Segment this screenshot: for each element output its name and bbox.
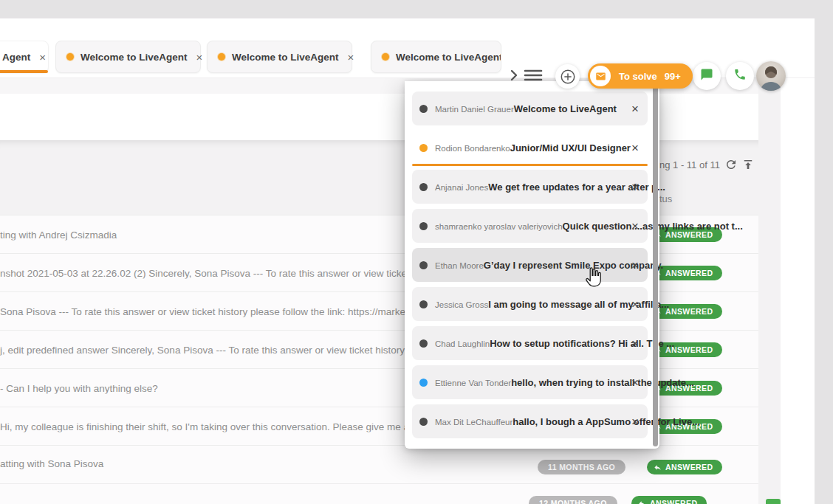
- status-dot-icon: [419, 105, 428, 113]
- status-dot-icon: [419, 261, 428, 269]
- ticket-preview-text: atting with Sona Pisova: [0, 458, 746, 469]
- ticket-subject: hello, when trying to install the update…: [511, 377, 694, 388]
- tab-label: Welcome to LiveAgent: [232, 52, 339, 63]
- to-solve-label: To solve: [619, 71, 657, 82]
- tab-welcome-to-liveagent-3[interactable]: Welcome to LiveAgent: [371, 41, 501, 73]
- ticket-row[interactable]: atting with Sona Pisova 11 MONTHS AGO AN…: [0, 445, 758, 483]
- status-dot-icon: [419, 339, 428, 348]
- close-icon[interactable]: ×: [631, 103, 639, 115]
- contact-name: Anjanai Jones: [435, 183, 488, 192]
- status-dot-icon: [419, 183, 428, 191]
- list-pagination-bar: ng 1 - 11 of 11: [650, 156, 758, 174]
- tab-agent[interactable]: Agent ×: [0, 41, 49, 73]
- ticket-subject: How to setup notifications? Hi all. The …: [490, 338, 674, 349]
- tab-list-menu-icon[interactable]: [524, 68, 543, 83]
- open-ticket-item-jessica-gross[interactable]: Jessica GrossI am going to message all o…: [412, 287, 648, 321]
- calls-button[interactable]: [726, 62, 754, 90]
- tab-label: Welcome to LiveAgent: [396, 52, 501, 63]
- status-badge: ANSWERED: [647, 460, 722, 474]
- contact-name: Max Dit LeChauffeur: [435, 418, 513, 427]
- contact-name: Jessica Gross: [435, 300, 488, 309]
- ticket-source-icon: [218, 53, 225, 61]
- panel-scrollbar[interactable]: [653, 83, 658, 446]
- column-header-status-partial: tus: [659, 193, 672, 204]
- close-icon[interactable]: ×: [631, 298, 639, 311]
- contact-name: Rodion Bondarenko: [435, 144, 510, 153]
- ticket-subject: I am going to message all of my affilia.…: [488, 299, 669, 310]
- window-top-strip: [0, 0, 815, 18]
- time-badge: 12 MONTHS AGO: [529, 496, 617, 504]
- right-edge-strip: [815, 0, 833, 504]
- ticket-subject: Junior/Mid UX/UI Designer: [510, 142, 631, 153]
- tab-welcome-to-liveagent-2[interactable]: Welcome to LiveAgent ×: [207, 41, 352, 73]
- status-dot-icon: [419, 144, 428, 152]
- close-icon[interactable]: ×: [339, 52, 354, 63]
- to-solve-button[interactable]: To solve 99+: [588, 63, 693, 89]
- open-ticket-item-ethan-moore[interactable]: Ethan MooreG’day I represent Smile Expo …: [412, 248, 648, 282]
- tab-bar: Agent × Welcome to LiveAgent × Welcome t…: [0, 18, 815, 78]
- tab-label: Agent: [2, 52, 30, 63]
- refresh-icon[interactable]: [724, 158, 738, 171]
- close-icon[interactable]: ×: [631, 142, 639, 154]
- close-icon[interactable]: ×: [631, 181, 639, 193]
- status-badge: ANSWERED: [631, 496, 707, 504]
- ticket-row[interactable]: 12 MONTHS AGO ANSWERED: [0, 483, 758, 504]
- close-icon[interactable]: ×: [631, 337, 639, 350]
- open-ticket-item-max-dit-lechauffeur[interactable]: Max Dit LeChauffeurhallo, I bough a AppS…: [412, 404, 648, 438]
- close-icon[interactable]: ×: [631, 220, 639, 232]
- ticket-subject: Welcome to LiveAgent: [514, 103, 617, 114]
- open-ticket-item-chad-laughlin[interactable]: Chad LaughlinHow to setup notifications?…: [412, 326, 648, 360]
- add-ticket-button[interactable]: [555, 64, 580, 89]
- contact-name: Chad Laughlin: [435, 339, 490, 348]
- pagination-text: ng 1 - 11 of 11: [659, 159, 720, 170]
- time-badge: 11 MONTHS AGO: [538, 460, 625, 474]
- ticket-source-icon: [382, 53, 389, 61]
- chat-bubble-icon: [700, 68, 713, 84]
- partial-status-badge: [766, 499, 781, 504]
- open-ticket-item-martin-daniel-grauer[interactable]: Martin Daniel GrauerWelcome to LiveAgent…: [412, 92, 648, 125]
- open-tickets-dropdown: Martin Daniel GrauerWelcome to LiveAgent…: [405, 81, 659, 449]
- close-icon[interactable]: ×: [631, 259, 639, 272]
- close-icon[interactable]: ×: [188, 52, 203, 63]
- contact-name: Ethan Moore: [435, 261, 484, 270]
- ticket-subject: hallo, I bough a AppSumo offer for Live.…: [513, 416, 700, 427]
- open-ticket-item-shamraenko[interactable]: shamraenko yaroslav valeriyovichQuick qu…: [412, 209, 648, 243]
- status-dot-icon: [419, 379, 428, 387]
- tab-welcome-to-liveagent-1[interactable]: Welcome to LiveAgent ×: [55, 41, 201, 73]
- to-solve-count: 99+: [665, 71, 681, 82]
- list-side-strip: [758, 80, 781, 504]
- close-icon[interactable]: ×: [631, 376, 639, 389]
- ticket-source-icon: [66, 53, 74, 61]
- contact-name: Ettienne Van Tonder: [435, 379, 511, 387]
- tab-label: Welcome to LiveAgent: [80, 52, 188, 63]
- phone-icon: [733, 68, 747, 84]
- tabs-overflow-chevron-icon[interactable]: [510, 69, 518, 82]
- agent-avatar[interactable]: [756, 61, 786, 91]
- status-dot-icon: [419, 222, 428, 230]
- status-dot-icon: [419, 418, 428, 426]
- close-icon[interactable]: ×: [30, 52, 46, 63]
- contact-name: shamraenko yaroslav valeriyovich: [435, 222, 563, 231]
- status-dot-icon: [419, 300, 428, 308]
- open-ticket-item-anjanai-jones[interactable]: Anjanai JonesWe get free updates for a y…: [412, 170, 648, 204]
- contact-name: Martin Daniel Grauer: [435, 105, 514, 114]
- scroll-to-top-icon[interactable]: [741, 158, 755, 171]
- envelope-icon: [590, 66, 611, 86]
- chats-button[interactable]: [693, 62, 721, 90]
- close-icon[interactable]: ×: [631, 415, 639, 428]
- open-ticket-item-rodion-bondarenko[interactable]: Rodion BondarenkoJunior/Mid UX/UI Design…: [412, 131, 648, 165]
- liveagent-app-window: ng 1 - 11 of 11 tus ting with Andrej Csi…: [0, 0, 833, 504]
- open-ticket-item-ettienne-van-tonder[interactable]: Ettienne Van Tonderhello, when trying to…: [412, 365, 648, 399]
